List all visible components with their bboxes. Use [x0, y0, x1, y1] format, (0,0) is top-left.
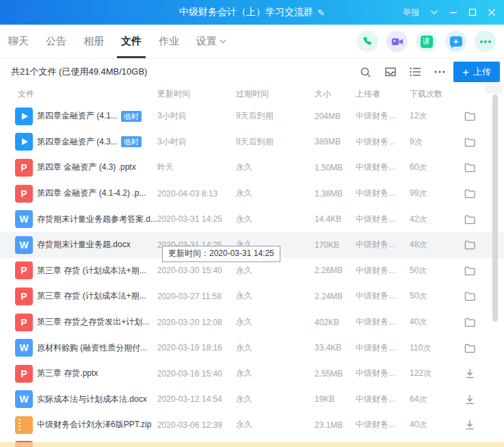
- uploader-cell: 中级财务...: [356, 290, 410, 302]
- maximize-button[interactable]: [468, 8, 477, 16]
- file-row[interactable]: P 第四章 金融资产 (4.1-4.2) .p... 2020-04-03 8:…: [0, 181, 504, 207]
- tab-files[interactable]: 文件: [121, 25, 142, 58]
- file-size-cell: 389MB: [315, 137, 356, 146]
- file-size-cell: 14.4KB: [315, 214, 356, 224]
- uploader-cell: 中级财务...: [356, 265, 410, 277]
- save-to-folder-icon[interactable]: [464, 290, 476, 302]
- expire-time-cell: 永久: [236, 316, 315, 328]
- minimize-button[interactable]: [449, 8, 457, 16]
- tab-announcement[interactable]: 公告: [46, 25, 66, 58]
- file-row[interactable]: 中级财务会计刘永泽6版PPT.zip 2020-03-06 12:39 永久 2…: [0, 412, 504, 438]
- file-name[interactable]: 存货期末计量业务题参考答案.d...: [37, 214, 157, 225]
- edit-title-icon[interactable]: ✎: [317, 8, 325, 18]
- save-to-folder-icon[interactable]: [464, 110, 476, 122]
- file-size-cell: 2.55MB: [315, 369, 356, 379]
- download-count-cell: 48次: [410, 239, 453, 251]
- save-to-folder-icon[interactable]: [464, 188, 476, 199]
- more-dots-icon: [434, 71, 445, 73]
- file-name[interactable]: 第四章 金融资产 (4.3) .pptx: [37, 162, 136, 173]
- file-type-icon: P: [15, 261, 33, 279]
- more-actions-button[interactable]: [475, 31, 496, 52]
- save-to-folder-icon[interactable]: [464, 136, 476, 148]
- file-count-summary: 共21个文件 (已使用49.4MB/10GB): [11, 66, 147, 78]
- tab-settings[interactable]: 设置: [196, 25, 226, 58]
- expire-time-cell: 9天后到期: [236, 110, 315, 122]
- scrollbar-top-track[interactable]: [486, 84, 502, 94]
- uploader-cell: 中级财务...: [356, 110, 410, 122]
- file-row[interactable]: P 第四章 金融资产 (4.3) .pptx 昨天 永久 1.50MB 中级财务…: [0, 155, 504, 181]
- expire-time-cell: 永久: [236, 342, 315, 354]
- file-stats-bar: 共21个文件 (已使用49.4MB/10GB) + 上传: [0, 59, 504, 85]
- file-name[interactable]: 第四章 金融资产 (4.1-4.2) .p...: [37, 188, 146, 199]
- tab-homework[interactable]: 作业: [159, 25, 179, 58]
- file-type-icon: [15, 107, 33, 125]
- file-type-icon: P: [15, 314, 33, 331]
- file-name[interactable]: 第三章 存货.pptx: [37, 368, 98, 379]
- save-to-folder-icon[interactable]: [464, 162, 476, 173]
- file-size-cell: 1.50MB: [315, 163, 356, 173]
- file-type-icon: P: [15, 288, 33, 305]
- file-row[interactable]: P 第三章 存货.pptx 2020-03-16 15:40 永久 2.55MB…: [0, 361, 504, 387]
- video-call-button[interactable]: [386, 31, 408, 52]
- download-count-cell: 40次: [410, 316, 453, 328]
- download-icon[interactable]: [464, 394, 475, 405]
- file-row[interactable]: W 原材料赊购 (融资性质分期付... 2020-03-19 18:16 永久 …: [0, 335, 504, 361]
- report-button[interactable]: 举报: [403, 7, 419, 18]
- upload-button-label: 上传: [473, 66, 491, 78]
- temporary-badge: 临时: [121, 111, 142, 122]
- file-row[interactable]: 第四章金融资产 (4.1... 临时 3小时前 9天后到期 204MB 中级财务…: [0, 103, 504, 129]
- file-type-icon: [15, 133, 33, 151]
- file-name[interactable]: 原材料赊购 (融资性质分期付...: [37, 342, 147, 354]
- save-to-folder-icon[interactable]: [464, 239, 476, 251]
- list-view-button[interactable]: [410, 67, 421, 77]
- voice-call-button[interactable]: [357, 31, 378, 52]
- file-name[interactable]: 第三章 存货 (计划成本法+期...: [37, 290, 146, 302]
- updated-time-cell: 3小时前: [157, 110, 236, 122]
- updated-time-cell: 2020-03-31 14:25: [157, 214, 236, 224]
- file-row[interactable]: P 第三章 存货之存货发出+计划... 2020-03-20 12:08 永久 …: [0, 309, 504, 335]
- search-button[interactable]: [360, 66, 371, 78]
- file-name[interactable]: 存货期末计量业务题.docx: [37, 239, 131, 251]
- save-to-folder-icon[interactable]: [464, 342, 476, 354]
- file-row[interactable]: W 存货期末计量业务题参考答案.d... 2020-03-31 14:25 永久…: [0, 206, 504, 232]
- scrollbar-thumb[interactable]: [492, 94, 498, 322]
- download-count-cell: 50次: [410, 265, 453, 277]
- file-row[interactable]: P 第三章 存货 (计划成本法+期... 2020-03-27 11:58 永久…: [0, 283, 504, 309]
- save-to-folder-icon[interactable]: [464, 316, 476, 328]
- file-type-icon: P: [15, 185, 33, 203]
- file-row[interactable]: 第四章金融资产 (4.3... 临时 3小时前 9天后到期 389MB 中级财务…: [0, 129, 504, 155]
- download-icon[interactable]: [464, 368, 475, 379]
- file-name[interactable]: 第四章金融资产 (4.1...: [37, 110, 118, 122]
- save-to-folder-icon[interactable]: [464, 214, 476, 225]
- more-tools-button[interactable]: [434, 71, 445, 73]
- new-topic-button[interactable]: +: [445, 31, 466, 52]
- file-name[interactable]: 第三章 存货 (计划成本法+期...: [37, 265, 146, 277]
- file-size-cell: 19KB: [315, 394, 356, 404]
- chat-plus-icon: +: [450, 36, 462, 47]
- file-name[interactable]: 第三章 存货之存货发出+计划...: [37, 316, 149, 328]
- save-to-folder-icon[interactable]: [464, 265, 476, 277]
- file-type-icon: W: [15, 390, 33, 408]
- file-name[interactable]: 实际成本法与计划成本法.docx: [37, 394, 147, 405]
- file-row[interactable]: W 实际成本法与计划成本法.docx 2020-03-12 14:54 永久 1…: [0, 387, 504, 413]
- play-icon: [22, 138, 28, 145]
- update-time-tooltip: 更新时间：2020-03-31 14:25: [162, 246, 280, 262]
- file-name[interactable]: 中级财务会计刘永泽6版PPT.zip: [37, 419, 151, 431]
- phone-icon: [362, 36, 373, 47]
- download-count-cell: 50次: [410, 290, 453, 302]
- file-name[interactable]: 第四章金融资产 (4.3...: [37, 136, 118, 148]
- tab-chat[interactable]: 聊天: [8, 25, 29, 58]
- class-button[interactable]: 课: [416, 31, 437, 52]
- file-type-icon: P: [15, 159, 33, 177]
- table-header: 文件 更新时间 过期时间 大小 上传者 下载次数: [0, 85, 504, 103]
- updated-time-cell: 2020-03-06 12:39: [157, 420, 236, 430]
- chevron-down-icon[interactable]: [430, 10, 438, 15]
- close-button[interactable]: [488, 8, 496, 16]
- download-icon[interactable]: [464, 419, 475, 431]
- tab-album[interactable]: 相册: [83, 25, 104, 58]
- upload-button[interactable]: + 上传: [453, 62, 500, 82]
- uploader-cell: 中级财务...: [356, 419, 410, 431]
- received-files-button[interactable]: [384, 66, 397, 77]
- tab-settings-label: 设置: [196, 35, 217, 48]
- col-updated: 更新时间: [157, 88, 236, 100]
